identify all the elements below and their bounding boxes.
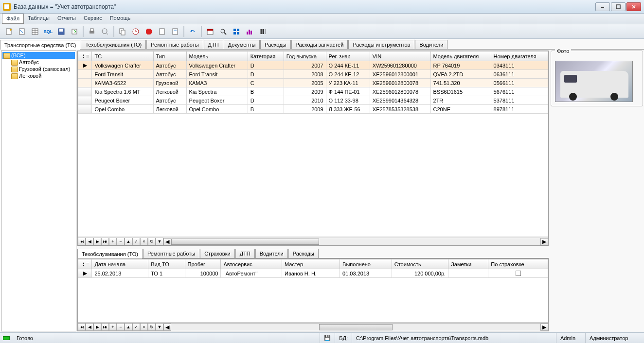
nav-prev[interactable]: ◀ xyxy=(86,238,93,245)
nav-cancel[interactable]: × xyxy=(140,238,148,245)
nav-next[interactable]: ▶ xyxy=(93,238,101,245)
snav-filter[interactable]: ▼ xyxy=(156,323,163,331)
nav-add[interactable]: + xyxy=(109,238,117,245)
tab-maintenance[interactable]: Техобслуживания (ТО) xyxy=(81,40,146,49)
snav-prev[interactable]: ◀ xyxy=(86,323,93,331)
save-icon[interactable] xyxy=(55,26,67,37)
snav-first[interactable]: ⏮ xyxy=(78,323,86,331)
calendar-icon[interactable] xyxy=(204,26,216,37)
col-engmodel[interactable]: Модель двигателя xyxy=(430,51,491,61)
new-icon[interactable]: ✦ xyxy=(3,26,15,37)
undo-icon[interactable] xyxy=(187,26,198,37)
tab-repairs[interactable]: Ремонтные работы xyxy=(146,40,203,49)
snav-refresh[interactable]: ↻ xyxy=(148,323,156,331)
subtab-repairs[interactable]: Ремонтные работы xyxy=(143,249,199,258)
scol-type[interactable]: Вид ТО xyxy=(148,259,185,269)
menu-file[interactable]: Файл xyxy=(2,14,24,24)
col-type[interactable]: Тип xyxy=(153,51,186,61)
snav-cancel[interactable]: × xyxy=(140,323,148,331)
grid-icon[interactable] xyxy=(231,26,242,37)
nav-filter[interactable]: ▼ xyxy=(156,238,163,245)
menu-service[interactable]: Сервис xyxy=(80,14,106,24)
minimize-button[interactable] xyxy=(595,2,610,11)
scol-master[interactable]: Мастер xyxy=(282,259,340,269)
table-row[interactable]: КАМАЗ-6522ГрузовойКАМАЗC2005У 223 КА-11X… xyxy=(78,79,548,87)
nav-edit[interactable]: ▲ xyxy=(125,238,132,245)
barcode-icon[interactable] xyxy=(257,26,268,37)
tab-docs[interactable]: Документы xyxy=(224,40,260,49)
table-icon[interactable] xyxy=(29,26,41,37)
snav-add[interactable]: + xyxy=(109,323,117,331)
print-icon[interactable] xyxy=(86,26,98,37)
snav-post[interactable]: ✓ xyxy=(132,323,140,331)
nav-del[interactable]: − xyxy=(117,238,125,245)
vehicle-photo[interactable] xyxy=(555,61,633,102)
insured-checkbox[interactable] xyxy=(516,271,521,276)
subtab-expenses[interactable]: Расходы xyxy=(288,249,319,258)
tab-tools[interactable]: Расходы инструментов xyxy=(348,40,414,49)
tree-item-bus[interactable]: Автобус xyxy=(2,59,75,66)
col-year[interactable]: Год выпуска xyxy=(284,51,326,61)
table-row[interactable]: Peugeot BoxerАвтобусPeugeot BoxerD2010О … xyxy=(78,96,548,105)
subtab-insurance[interactable]: Страховки xyxy=(200,249,235,258)
scol-date[interactable]: Дата начала xyxy=(92,259,148,269)
snav-del[interactable]: − xyxy=(117,323,125,331)
chart-icon[interactable] xyxy=(244,26,255,37)
hscroll-track[interactable] xyxy=(171,238,540,245)
scol-done[interactable]: Выполнено xyxy=(340,259,392,269)
table-row[interactable]: Ford TransitАвтобусFord TransitD2008О 24… xyxy=(78,70,548,79)
export-icon[interactable] xyxy=(69,26,80,37)
stop-icon[interactable] xyxy=(143,26,155,37)
find-icon[interactable] xyxy=(217,26,229,37)
snav-last[interactable]: ⏭ xyxy=(101,323,109,331)
col-reg[interactable]: Рег. знак xyxy=(326,51,370,61)
tab-expenses[interactable]: Расходы xyxy=(260,40,290,49)
tab-parts[interactable]: Расходы запчастей xyxy=(291,40,348,49)
snav-edit[interactable]: ▲ xyxy=(125,323,132,331)
preview-icon[interactable] xyxy=(99,26,111,37)
subtab-dtp[interactable]: ДТП xyxy=(235,249,255,258)
sub-row[interactable]: ▶ 25.02.2013 ТО 1 100000 ''АвтоРемонт'' … xyxy=(78,269,548,278)
snav-next[interactable]: ▶ xyxy=(93,323,101,331)
hscroll-left[interactable]: ◀ xyxy=(163,238,171,245)
tree-item-car[interactable]: Легковой xyxy=(2,72,75,79)
tab-dtp[interactable]: ДТП xyxy=(204,40,223,49)
col-model[interactable]: Модель xyxy=(186,51,248,61)
col-cat[interactable]: Категория xyxy=(248,51,284,61)
edit-icon[interactable] xyxy=(16,26,28,37)
tree-item-truck[interactable]: Грузовой (самосвал) xyxy=(2,66,75,72)
col-vin[interactable]: VIN xyxy=(370,51,430,61)
doc2-icon[interactable] xyxy=(169,26,181,37)
subtab-drivers[interactable]: Водители xyxy=(255,249,288,258)
table-row[interactable]: Kia Spectra 1.6 MTЛегковойKia SpectraB20… xyxy=(78,87,548,96)
shscroll-left[interactable]: ◀ xyxy=(163,324,171,331)
nav-post[interactable]: ✓ xyxy=(132,238,140,245)
maximize-button[interactable] xyxy=(611,2,626,11)
table-row[interactable]: Opel ComboЛегковойOpel ComboB2009Л 333 Ж… xyxy=(78,105,548,114)
hscroll-right[interactable]: ▶ xyxy=(540,238,548,245)
nav-refresh[interactable]: ↻ xyxy=(148,238,156,245)
doc-icon[interactable] xyxy=(156,26,168,37)
sql-icon[interactable]: SQL xyxy=(42,26,54,37)
subtab-maint[interactable]: Техобслуживания (ТО) xyxy=(77,249,143,258)
scol-mileage[interactable]: Пробег xyxy=(185,259,221,269)
clock-icon[interactable] xyxy=(130,26,142,37)
tree-root[interactable]: (ВСЕ) xyxy=(2,52,75,59)
sub-corner[interactable]: ⋮≡ xyxy=(78,259,92,269)
scol-cost[interactable]: Стоимость xyxy=(392,259,448,269)
menu-reports[interactable]: Отчеты xyxy=(54,14,80,24)
nav-last[interactable]: ⏭ xyxy=(101,238,109,245)
nav-first[interactable]: ⏮ xyxy=(78,238,86,245)
close-button[interactable] xyxy=(626,2,641,11)
tab-drivers[interactable]: Водители xyxy=(415,40,447,49)
shscroll-track[interactable] xyxy=(171,324,540,331)
col-engnum[interactable]: Номер двигателя xyxy=(491,51,548,61)
tab-vehicles[interactable]: Транспортные средства (ТС) xyxy=(0,40,80,50)
shscroll-right[interactable]: ▶ xyxy=(540,324,548,331)
menu-tables[interactable]: Таблицы xyxy=(24,14,54,24)
copy-icon[interactable] xyxy=(117,26,128,37)
col-tc[interactable]: ТС xyxy=(92,51,153,61)
scol-service[interactable]: Автосервис xyxy=(221,259,282,269)
table-row[interactable]: ▶Volkswagen CrafterАвтобусVolkswagen Cra… xyxy=(78,61,548,70)
corner-cell[interactable]: ⋮≡ xyxy=(78,51,92,61)
